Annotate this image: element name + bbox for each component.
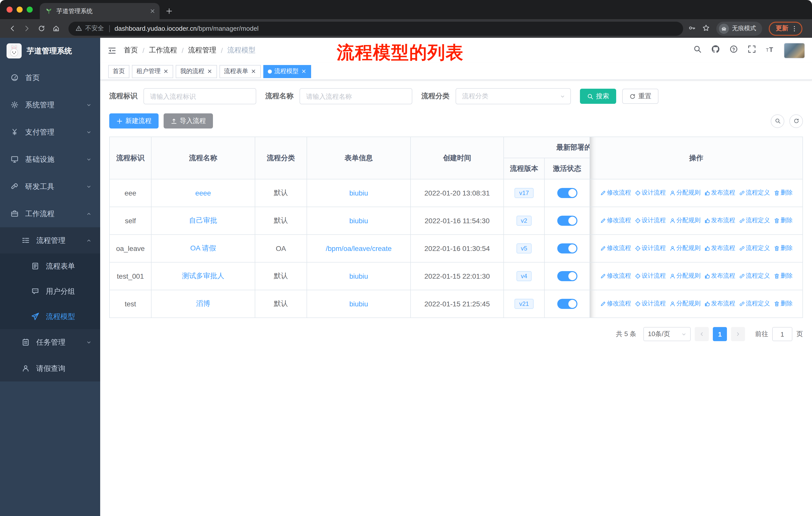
action-edit[interactable]: 修改流程 bbox=[600, 189, 631, 197]
window-close-button[interactable] bbox=[6, 6, 12, 12]
sidebar-item-home[interactable]: 首页 bbox=[0, 64, 100, 91]
action-design[interactable]: 设计流程 bbox=[635, 272, 666, 280]
sidebar-item-payment[interactable]: 支付管理 bbox=[0, 118, 100, 146]
active-toggle[interactable] bbox=[557, 299, 577, 309]
action-assign[interactable]: 分配规则 bbox=[669, 216, 700, 225]
action-definition[interactable]: 流程定义 bbox=[739, 300, 770, 308]
sidebar-item-system[interactable]: 系统管理 bbox=[0, 91, 100, 118]
form-info-link[interactable]: biubiu bbox=[349, 272, 368, 280]
action-assign[interactable]: 分配规则 bbox=[669, 272, 700, 280]
close-icon[interactable] bbox=[301, 69, 307, 74]
tab-close-icon[interactable] bbox=[149, 8, 155, 14]
sidebar-item-process-model[interactable]: 流程模型 bbox=[0, 304, 100, 329]
address-bar[interactable]: 不安全 dashboard.yudao.iocoder.cn/bpm/manag… bbox=[68, 21, 683, 35]
sidebar-item-process-form[interactable]: 流程表单 bbox=[0, 253, 100, 279]
active-toggle[interactable] bbox=[557, 216, 577, 226]
form-info-link[interactable]: biubiu bbox=[349, 217, 368, 225]
action-delete[interactable]: 删除 bbox=[774, 300, 793, 308]
model-name-link[interactable]: 测试多审批人 bbox=[182, 272, 224, 280]
incognito-badge[interactable]: 无痕模式 bbox=[716, 21, 762, 35]
app-logo-row[interactable]: 芋道管理系统 bbox=[0, 38, 100, 64]
bookmark-star-button[interactable] bbox=[702, 24, 710, 33]
action-definition[interactable]: 流程定义 bbox=[739, 244, 770, 253]
question-button[interactable] bbox=[729, 45, 738, 56]
action-edit[interactable]: 修改流程 bbox=[600, 216, 631, 225]
action-design[interactable]: 设计流程 bbox=[635, 300, 666, 308]
font-size-button[interactable]: TT bbox=[766, 45, 774, 56]
action-edit[interactable]: 修改流程 bbox=[600, 244, 631, 253]
action-definition[interactable]: 流程定义 bbox=[739, 272, 770, 280]
sidebar-item-infrastructure[interactable]: 基础设施 bbox=[0, 146, 100, 173]
action-edit[interactable]: 修改流程 bbox=[600, 300, 631, 308]
action-delete[interactable]: 删除 bbox=[774, 272, 793, 280]
form-info-link[interactable]: biubiu bbox=[349, 189, 368, 197]
form-info-link[interactable]: /bpm/oa/leave/create bbox=[326, 244, 392, 252]
action-design[interactable]: 设计流程 bbox=[635, 216, 666, 225]
next-page-button[interactable] bbox=[731, 327, 745, 341]
model-name-link[interactable]: 滔博 bbox=[196, 299, 210, 307]
forward-button[interactable] bbox=[20, 21, 34, 36]
action-delete[interactable]: 删除 bbox=[774, 244, 793, 253]
sidebar-item-process-management[interactable]: 流程管理 bbox=[0, 227, 100, 253]
prev-page-button[interactable] bbox=[695, 327, 709, 341]
search-button[interactable]: 搜索 bbox=[580, 89, 616, 104]
new-tab-button[interactable] bbox=[166, 7, 173, 15]
toggle-search-button[interactable] bbox=[771, 114, 784, 128]
process-category-select[interactable]: 流程分类 bbox=[456, 88, 571, 104]
process-key-input[interactable] bbox=[143, 88, 256, 104]
action-assign[interactable]: 分配规则 bbox=[669, 189, 700, 197]
tag-home[interactable]: 首页 bbox=[108, 65, 129, 78]
goto-page-input[interactable] bbox=[772, 327, 792, 341]
close-icon[interactable] bbox=[207, 69, 212, 74]
action-publish[interactable]: 发布流程 bbox=[704, 216, 735, 225]
tag-process-form[interactable]: 流程表单 bbox=[220, 65, 261, 78]
breadcrumb-item[interactable]: 工作流程 bbox=[149, 46, 177, 55]
breadcrumb-item[interactable]: 首页 bbox=[124, 46, 138, 55]
tag-process-model[interactable]: 流程模型 bbox=[263, 65, 311, 78]
sidebar-item-leave-query[interactable]: 请假查询 bbox=[0, 355, 100, 381]
active-toggle[interactable] bbox=[557, 188, 577, 198]
action-assign[interactable]: 分配规则 bbox=[669, 244, 700, 253]
process-name-input[interactable] bbox=[299, 88, 412, 104]
import-process-button[interactable]: 导入流程 bbox=[164, 113, 213, 129]
model-name-link[interactable]: OA 请假 bbox=[190, 244, 216, 252]
password-key-button[interactable] bbox=[688, 24, 696, 33]
action-assign[interactable]: 分配规则 bbox=[669, 300, 700, 308]
browser-tab[interactable]: 芋道管理系统 bbox=[40, 3, 160, 19]
window-minimize-button[interactable] bbox=[17, 6, 23, 12]
sidebar-toggle-icon[interactable] bbox=[108, 46, 116, 55]
refresh-table-button[interactable] bbox=[789, 114, 803, 128]
github-button[interactable] bbox=[711, 45, 720, 56]
fullscreen-button[interactable] bbox=[748, 45, 756, 56]
sidebar-item-workflow[interactable]: 工作流程 bbox=[0, 200, 100, 227]
tag-tenant[interactable]: 租户管理 bbox=[132, 65, 173, 78]
back-button[interactable] bbox=[5, 21, 20, 36]
action-publish[interactable]: 发布流程 bbox=[704, 189, 735, 197]
active-toggle[interactable] bbox=[557, 243, 577, 253]
model-name-link[interactable]: 自己审批 bbox=[189, 216, 217, 224]
breadcrumb-item[interactable]: 流程管理 bbox=[188, 46, 216, 55]
action-publish[interactable]: 发布流程 bbox=[704, 272, 735, 280]
user-avatar[interactable] bbox=[784, 43, 805, 58]
action-delete[interactable]: 删除 bbox=[774, 189, 793, 197]
action-delete[interactable]: 删除 bbox=[774, 216, 793, 225]
action-publish[interactable]: 发布流程 bbox=[704, 244, 735, 253]
sidebar-item-task-management[interactable]: 任务管理 bbox=[0, 329, 100, 355]
action-definition[interactable]: 流程定义 bbox=[739, 189, 770, 197]
close-icon[interactable] bbox=[251, 69, 256, 74]
reset-button[interactable]: 重置 bbox=[622, 89, 659, 104]
page-size-select[interactable]: 10条/页 bbox=[643, 327, 691, 341]
action-edit[interactable]: 修改流程 bbox=[600, 272, 631, 280]
sidebar-item-dev-tools[interactable]: 研发工具 bbox=[0, 173, 100, 200]
tag-my-process[interactable]: 我的流程 bbox=[176, 65, 217, 78]
browser-update-button[interactable]: 更新 bbox=[769, 21, 803, 35]
sidebar-item-user-group[interactable]: 用户分组 bbox=[0, 279, 100, 304]
reload-button[interactable] bbox=[34, 21, 49, 36]
browser-menu-icon[interactable] bbox=[789, 23, 800, 33]
action-design[interactable]: 设计流程 bbox=[635, 189, 666, 197]
close-icon[interactable] bbox=[163, 69, 169, 74]
home-button[interactable] bbox=[49, 21, 63, 36]
create-process-button[interactable]: 新建流程 bbox=[109, 113, 158, 129]
action-publish[interactable]: 发布流程 bbox=[704, 300, 735, 308]
model-name-link[interactable]: eeee bbox=[195, 189, 211, 197]
